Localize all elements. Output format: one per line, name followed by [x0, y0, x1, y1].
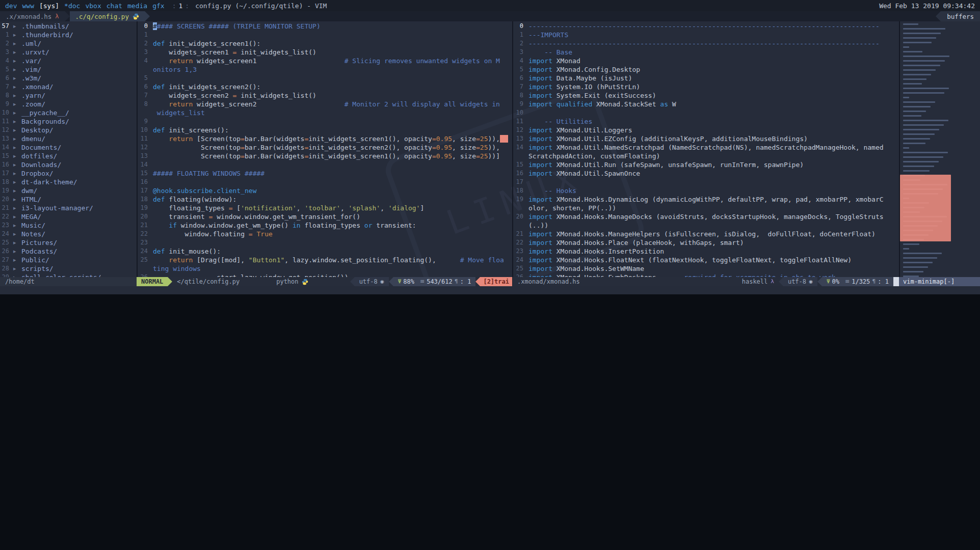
code-line[interactable]: 24def init_mouse():: [138, 247, 512, 256]
tree-item-.xmonad[interactable]: 7▸.xmonad/: [0, 82, 137, 91]
code-line[interactable]: 19import XMonad.Hooks.DynamicLog (dynami…: [513, 195, 899, 204]
code-line[interactable]: 0##### SCREENS ##### (TRIPLE MONITOR SET…: [138, 22, 512, 31]
tab-config-py[interactable]: .c/q/config.py: [70, 11, 145, 21]
tree-item-.thumbnails[interactable]: 57▸.thumbnails/: [0, 22, 137, 31]
tree-item-.var[interactable]: 4▸.var/: [0, 57, 137, 65]
code-line[interactable]: 8 return widgets_screen2 # Monitor 2 wil…: [138, 100, 512, 108]
code-line[interactable]: 13 Screen(top=bar.Bar(widgets=init_widge…: [138, 152, 512, 160]
code-line[interactable]: 11 -- Utilities: [513, 117, 899, 126]
tree-item-.zoom[interactable]: 9▸.zoom/: [0, 100, 137, 108]
code-line[interactable]: 12import XMonad.Util.Loggers: [513, 126, 899, 134]
tree-item-i3-layout-manager[interactable]: 21▸i3-layout-manager/: [0, 204, 137, 212]
code-line[interactable]: 2def init_widgets_screen1():: [138, 39, 512, 48]
code-line[interactable]: 8import System.Exit (exitSuccess): [513, 91, 899, 100]
code-line[interactable]: widgets_list: [138, 108, 512, 117]
code-line[interactable]: 3 -- Base: [513, 48, 899, 57]
code-line[interactable]: 26import XMonad.Hooks.EwmhDesktops -- re…: [513, 273, 899, 277]
code-line[interactable]: 20import XMonad.Hooks.ManageDocks (avoid…: [513, 212, 899, 221]
tree-item-Music[interactable]: 23▸Music/: [0, 221, 137, 230]
code-line[interactable]: 24import XMonad.Hooks.FloatNext (floatNe…: [513, 256, 899, 264]
tree-item-.w3m[interactable]: 6▸.w3m/: [0, 74, 137, 82]
code-line[interactable]: 18 -- Hooks: [513, 186, 899, 195]
code-line[interactable]: 26 start=lazy.window.get_position()),: [138, 273, 512, 277]
workspace-sys[interactable]: [sys]: [39, 2, 59, 10]
code-line[interactable]: 16: [138, 178, 512, 186]
tree-item-dt-dark-theme[interactable]: 18▸dt-dark-theme/: [0, 178, 137, 186]
tree-item-.thunderbird[interactable]: 1▸.thunderbird/: [0, 31, 137, 39]
code-line[interactable]: 21 if window.window.get_wm_type() in flo…: [138, 221, 512, 230]
tree-item-dwm[interactable]: 19▸dwm/: [0, 186, 137, 195]
code-line[interactable]: 14: [138, 160, 512, 169]
tree-item-Documents[interactable]: 14▸Documents/: [0, 143, 137, 152]
workspace-chat[interactable]: chat: [107, 2, 122, 10]
workspace-doc[interactable]: *doc: [64, 2, 80, 10]
code-line[interactable]: 16import XMonad.Util.SpawnOnce: [513, 169, 899, 178]
tree-item-Desktop[interactable]: 12▸Desktop/: [0, 126, 137, 134]
code-line[interactable]: olor, shorten, PP(..)): [513, 204, 899, 212]
code-line[interactable]: 2---------------------------------------…: [513, 39, 899, 48]
tree-item-Public[interactable]: 27▸Public/: [0, 256, 137, 264]
tree-item-dmenu[interactable]: 13▸dmenu/: [0, 134, 137, 143]
code-line[interactable]: 22import XMonad.Hooks.Place (placeHook, …: [513, 238, 899, 247]
tree-item-.yarn[interactable]: 8▸.yarn/: [0, 91, 137, 100]
tree-item-Downloads[interactable]: 16▸Downloads/: [0, 160, 137, 169]
code-line[interactable]: 1---IMPORTS: [513, 31, 899, 39]
code-line[interactable]: 6import Data.Maybe (isJust): [513, 74, 899, 82]
code-line[interactable]: 15##### FLOATING WINDOWS #####: [138, 169, 512, 178]
code-line[interactable]: ScratchpadAction, customFloating): [513, 152, 899, 160]
code-line[interactable]: 5: [138, 74, 512, 82]
code-line[interactable]: 23: [138, 238, 512, 247]
workspace-www[interactable]: www: [22, 2, 34, 10]
code-line[interactable]: 11 return [Screen(top=bar.Bar(widgets=in…: [138, 134, 512, 143]
code-line[interactable]: 7import System.IO (hPutStrLn): [513, 82, 899, 91]
code-line[interactable]: 12 Screen(top=bar.Bar(widgets=init_widge…: [138, 143, 512, 152]
code-line[interactable]: 14import XMonad.Util.NamedScratchpad (Na…: [513, 143, 899, 152]
code-line[interactable]: 6def init_widgets_screen2():: [138, 82, 512, 91]
tree-item-Backgrounds[interactable]: 11▸Backgrounds/: [0, 117, 137, 126]
tree-item-shell-color-scripts[interactable]: 29▸shell-color-scripts/: [0, 273, 137, 277]
tree-item-__pycache__[interactable]: 10▸__pycache__/: [0, 108, 137, 117]
workspace-media[interactable]: media: [127, 2, 147, 10]
code-line[interactable]: 21import XMonad.Hooks.ManageHelpers (isF…: [513, 230, 899, 238]
code-line[interactable]: 5import XMonad.Config.Desktop: [513, 65, 899, 74]
code-line[interactable]: 19 floating_types = ['notification', 'to…: [138, 204, 512, 212]
code-line[interactable]: 20 transient = window.window.get_wm_tran…: [138, 212, 512, 221]
code-line[interactable]: 25 return [Drag([mod], "Button1", lazy.w…: [138, 256, 512, 264]
code-line[interactable]: 0---------------------------------------…: [513, 22, 899, 31]
code-line[interactable]: 4import XMonad: [513, 57, 899, 65]
tree-item-Podcasts[interactable]: 26▸Podcasts/: [0, 247, 137, 256]
minimap-viewport[interactable]: [900, 175, 951, 241]
code-line[interactable]: (..)): [513, 221, 899, 230]
code-line[interactable]: 17: [513, 178, 899, 186]
code-line[interactable]: 17@hook.subscribe.client_new: [138, 186, 512, 195]
code-line[interactable]: 25import XMonad.Hooks.SetWMName: [513, 264, 899, 273]
tree-item-.vim[interactable]: 5▸.vim/: [0, 65, 137, 74]
tree-item-Notes[interactable]: 24▸Notes/: [0, 230, 137, 238]
code-line[interactable]: 10def init_screens():: [138, 126, 512, 134]
tree-item-scripts[interactable]: 28▸scripts/: [0, 264, 137, 273]
workspace-dev[interactable]: dev: [5, 2, 17, 10]
code-line[interactable]: 3 widgets_screen1 = init_widgets_list(): [138, 48, 512, 57]
code-line[interactable]: 10: [513, 108, 899, 117]
code-line[interactable]: 22 window.floating = True: [138, 230, 512, 238]
tree-item-HTML[interactable]: 20▸HTML/: [0, 195, 137, 204]
code-line[interactable]: 4 return widgets_screen1 # Slicing remov…: [138, 57, 512, 65]
workspace-gfx[interactable]: gfx: [152, 2, 164, 10]
tree-item-dotfiles[interactable]: 15▸dotfiles/: [0, 152, 137, 160]
vim-command-line[interactable]: [0, 286, 980, 294]
tree-item-.uml[interactable]: 2▸.uml/: [0, 39, 137, 48]
tree-item-.urxvt[interactable]: 3▸.urxvt/: [0, 48, 137, 57]
tree-item-MEGA[interactable]: 22▸MEGA/: [0, 212, 137, 221]
tree-item-Pictures[interactable]: 25▸Pictures/: [0, 238, 137, 247]
tree-item-Dropbox[interactable]: 17▸Dropbox/: [0, 169, 137, 178]
code-line[interactable]: 1: [138, 31, 512, 39]
code-line[interactable]: 15import XMonad.Util.Run (safeSpawn, uns…: [513, 160, 899, 169]
code-line[interactable]: 13import XMonad.Util.EZConfig (additiona…: [513, 134, 899, 143]
minimap-pane[interactable]: [899, 21, 980, 277]
tab-xmonad-hs[interactable]: .x/xmonad.hs λ: [0, 11, 65, 21]
code-line[interactable]: 23import XMonad.Hooks.InsertPosition: [513, 247, 899, 256]
code-line[interactable]: 9: [138, 117, 512, 126]
code-line[interactable]: onitors 1,3: [138, 65, 512, 74]
code-line[interactable]: 9import qualified XMonad.StackSet as W: [513, 100, 899, 108]
code-line[interactable]: 7 widgets_screen2 = init_widgets_list(): [138, 91, 512, 100]
